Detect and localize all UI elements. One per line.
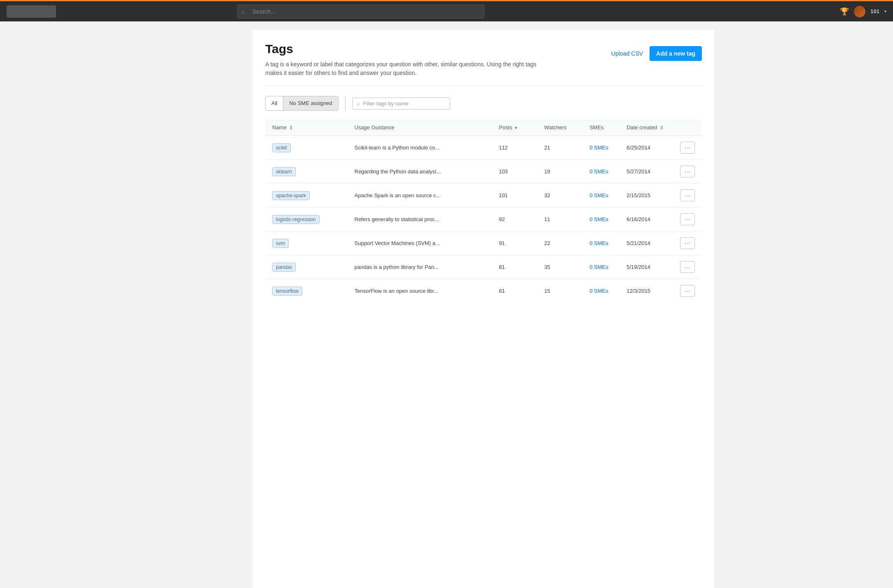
cell-watchers-6: 15 [538,279,583,303]
trophy-icon: 🏆 [840,7,849,16]
cell-posts-3: 92 [492,208,538,231]
tag-link-5[interactable]: pandas [272,263,296,272]
tag-link-6[interactable]: tensorflow [272,287,302,296]
cell-guidance-4: Support Vector Machines (SVM) a... [348,231,493,255]
tag-link-1[interactable]: sklearn [272,167,296,176]
add-new-tag-button[interactable]: Add a new tag [650,46,702,61]
cell-date-0: 6/25/2014 [620,136,673,160]
sme-link-3[interactable]: 0 SMEs [589,216,608,222]
tag-link-3[interactable]: logistic-regression [272,215,320,224]
cell-date-6: 12/3/2015 [620,279,673,303]
row-more-button-0[interactable]: ··· [680,142,695,154]
search-container: ⌕ [237,5,484,19]
filter-all-button[interactable]: All [266,96,283,110]
sme-link-1[interactable]: 0 SMEs [589,168,608,175]
cell-name-4: svm [266,231,348,255]
cell-guidance-3: Refers generally to statistical proc... [348,208,493,231]
cell-smes-0: 0 SMEs [583,136,620,160]
table-header: Name ⇕ Usage Guidance Posts ▾ Watchers S [266,119,702,136]
cell-actions-4: ··· [673,231,701,255]
page-header-left: Tags A tag is a keyword or label that ca… [265,42,554,77]
cell-actions-0: ··· [673,136,701,160]
filter-search-icon: ⌕ [357,100,360,107]
tag-link-0[interactable]: scikit [272,143,291,152]
row-more-button-4[interactable]: ··· [680,237,695,249]
column-header-smes: SMEs [583,119,620,136]
page-header-right: Upload CSV Add a new tag [611,46,702,61]
cell-smes-5: 0 SMEs [583,255,620,279]
cell-watchers-0: 21 [538,136,583,160]
cell-posts-0: 112 [492,136,538,160]
upload-csv-button[interactable]: Upload CSV [611,50,643,57]
page-layout: Tags A tag is a keyword or label that ca… [179,21,714,588]
cell-guidance-0: Scikit-learn is a Python module co... [348,136,493,160]
cell-guidance-2: Apache Spark is an open source c... [348,184,493,208]
cell-smes-6: 0 SMEs [583,279,620,303]
sme-link-2[interactable]: 0 SMEs [589,192,608,198]
cell-name-2: apache-spark [266,184,348,208]
sme-link-4[interactable]: 0 SMEs [589,240,608,246]
filter-group: All No SME assigned [265,96,339,111]
cell-guidance-6: TensorFlow is an open source libr... [348,279,493,303]
column-header-name[interactable]: Name ⇕ [266,119,348,136]
cell-actions-5: ··· [673,255,701,279]
cell-smes-4: 0 SMEs [583,231,620,255]
search-icon: ⌕ [241,8,245,15]
cell-watchers-3: 11 [538,208,583,231]
table-row: logistic-regression Refers generally to … [266,208,702,231]
cell-date-4: 5/21/2014 [620,231,673,255]
cell-posts-5: 81 [492,255,538,279]
cell-watchers-5: 35 [538,255,583,279]
cell-actions-3: ··· [673,208,701,231]
row-more-button-1[interactable]: ··· [680,166,695,177]
cell-guidance-1: Regarding the Python data analysi... [348,160,493,184]
filter-no-sme-button[interactable]: No SME assigned [283,96,338,110]
column-header-posts[interactable]: Posts ▾ [492,119,538,136]
table-row: scikit Scikit-learn is a Python module c… [266,136,702,160]
posts-sort-icon: ▾ [515,125,517,130]
cell-smes-3: 0 SMEs [583,208,620,231]
table-row: sklearn Regarding the Python data analys… [266,160,702,184]
sme-link-5[interactable]: 0 SMEs [589,264,608,270]
tag-link-4[interactable]: svm [272,239,289,248]
column-header-date[interactable]: Date created ⇕ [620,119,673,136]
cell-watchers-1: 19 [538,160,583,184]
cell-posts-2: 101 [492,184,538,208]
table-row: svm Support Vector Machines (SVM) a... 9… [266,231,702,255]
row-more-button-6[interactable]: ··· [680,285,695,297]
avatar[interactable] [854,6,865,17]
cell-guidance-5: pandas is a python library for Pan... [348,255,493,279]
user-menu-chevron-icon[interactable]: ▾ [884,9,886,14]
site-logo[interactable] [7,5,56,18]
tag-link-2[interactable]: apache-spark [272,191,310,200]
table-body: scikit Scikit-learn is a Python module c… [266,136,702,303]
sme-link-0[interactable]: 0 SMEs [589,145,608,151]
name-sort-icon: ⇕ [289,125,293,130]
row-more-button-2[interactable]: ··· [680,189,695,201]
cell-name-3: logistic-regression [266,208,348,231]
cell-date-3: 6/16/2014 [620,208,673,231]
page-description: A tag is a keyword or label that categor… [265,60,554,77]
cell-smes-2: 0 SMEs [583,184,620,208]
cell-name-5: pandas [266,255,348,279]
user-reputation: 101 [870,8,879,14]
cell-posts-1: 103 [492,160,538,184]
cell-name-0: scikit [266,136,348,160]
top-navigation: ⌕ 🏆 101 ▾ [0,0,893,21]
page-header: Tags A tag is a keyword or label that ca… [265,42,702,86]
table-row: pandas pandas is a python library for Pa… [266,255,702,279]
cell-name-1: sklearn [266,160,348,184]
tag-filter-input[interactable] [363,100,446,107]
cell-actions-1: ··· [673,160,701,184]
cell-posts-6: 81 [492,279,538,303]
main-content: Tags A tag is a keyword or label that ca… [253,30,714,588]
row-more-button-5[interactable]: ··· [680,261,695,273]
filters-row: All No SME assigned ⌕ [265,96,702,111]
cell-actions-6: ··· [673,279,701,303]
column-header-watchers: Watchers [538,119,583,136]
sme-link-6[interactable]: 0 SMEs [589,288,608,294]
date-sort-icon: ⇕ [660,125,664,130]
search-input[interactable] [237,5,484,19]
row-more-button-3[interactable]: ··· [680,213,695,225]
cell-actions-2: ··· [673,184,701,208]
